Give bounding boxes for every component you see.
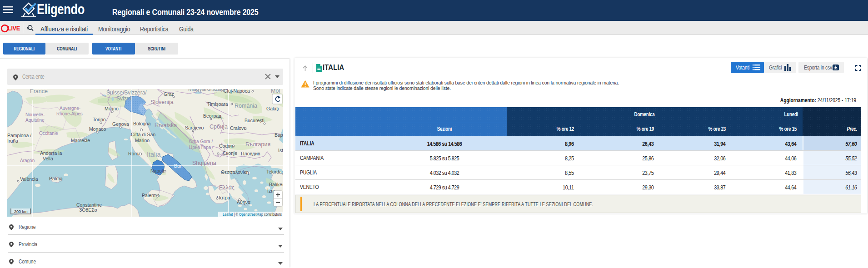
svg-text:București: București	[244, 118, 264, 123]
svg-text:Rhône-Alpes: Rhône-Alpes	[56, 111, 83, 116]
svg-text:Balıkesi: Balıkesi	[269, 182, 283, 187]
svg-text:Torino: Torino	[93, 117, 106, 122]
svg-text:Italia: Italia	[147, 151, 161, 158]
svg-text:Θεσσαλονίκη: Θεσσαλονίκη	[221, 169, 249, 175]
svg-text:Città di San: Città di San	[131, 132, 155, 137]
svg-text:Shqipëria: Shqipëria	[192, 160, 216, 166]
svg-text:Leaflet | © OpenStreetMap cont: Leaflet | © OpenStreetMap contributors	[223, 212, 282, 217]
svg-text:València: València	[20, 176, 38, 182]
svg-text:Скопје: Скопје	[223, 150, 237, 156]
svg-text:Galați: Galați	[266, 106, 279, 111]
svg-text:Milano: Milano	[105, 106, 119, 111]
svg-text:200 km: 200 km	[14, 209, 28, 214]
svg-text:France: France	[30, 89, 48, 94]
svg-text:Svizra: Svizra	[116, 95, 132, 102]
svg-text:Πατρα: Πατρα	[217, 195, 230, 200]
svg-text:Aquitaine: Aquitaine	[25, 118, 45, 123]
svg-text:Graz: Graz	[164, 91, 174, 97]
svg-text:România: România	[234, 103, 257, 109]
svg-text:Cluj-Napoca: Cluj-Napoca	[224, 89, 250, 94]
svg-text:Marino: Marino	[135, 138, 150, 143]
svg-text:Slovenija: Slovenija	[150, 99, 174, 105]
svg-text:Suisse/Svizzera/: Suisse/Svizzera/	[106, 89, 147, 96]
svg-text:Ελλάς: Ελλάς	[219, 184, 234, 191]
svg-text:Београд: Београд	[203, 113, 221, 119]
svg-text:Roma: Roma	[128, 151, 141, 156]
svg-text:Црна Гора: Црна Гора	[189, 145, 211, 150]
svg-text:Monaco: Monaco	[89, 126, 106, 132]
svg-text:Tekirdağ: Tekirdağ	[266, 169, 283, 174]
svg-text:Craiova: Craiova	[230, 125, 246, 131]
svg-text:Occitanie: Occitanie	[39, 131, 58, 136]
svg-text:Вар: Вар	[274, 132, 283, 138]
svg-text:Пловдив: Пловдив	[241, 151, 260, 156]
svg-text:Napoli: Napoli	[150, 168, 164, 174]
svg-text:Marseille: Marseille	[71, 138, 90, 143]
svg-text:Genova: Genova	[112, 121, 129, 127]
svg-text:Magyarorszag: Magyarorszag	[188, 89, 224, 92]
svg-text:Crna Gora /: Crna Gora /	[189, 139, 213, 144]
svg-text:Србија: Србија	[210, 124, 228, 130]
svg-text:Iruña: Iruña	[7, 138, 18, 144]
svg-text:Hrvatska: Hrvatska	[155, 122, 177, 129]
svg-text:България: България	[245, 141, 270, 148]
svg-text:Auvergne-: Auvergne-	[60, 106, 80, 111]
svg-text:Sarajevo: Sarajevo	[185, 125, 204, 130]
svg-text:София: София	[219, 143, 234, 149]
svg-text:Mol: Mol	[271, 89, 280, 94]
svg-text:Aragón: Aragón	[20, 158, 35, 163]
svg-text:Bologna: Bologna	[133, 121, 151, 126]
svg-text:Pamplona /: Pamplona /	[7, 133, 31, 138]
svg-text:Bari: Bari	[174, 163, 183, 169]
svg-text:Timișoara: Timișoara	[207, 101, 228, 107]
svg-text:Andorra la: Andorra la	[40, 150, 62, 156]
svg-text:Nouvelle-: Nouvelle-	[25, 112, 45, 117]
svg-text:Ist: Ist	[278, 148, 283, 153]
svg-text:Vella: Vella	[43, 156, 53, 161]
